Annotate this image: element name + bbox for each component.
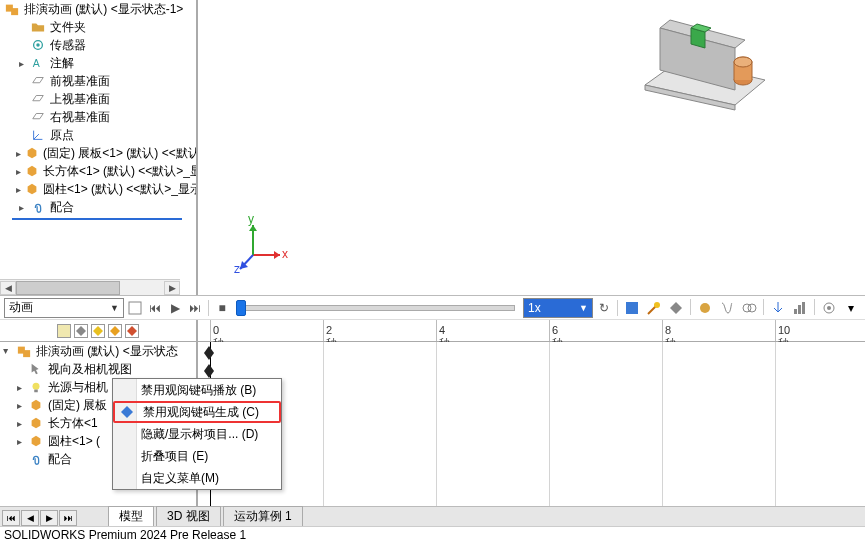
tree-horizontal-scrollbar[interactable]: ◀ ▶ [0,279,180,295]
tl-tree-item[interactable]: 视向及相机视图 [0,360,196,378]
gravity-icon[interactable] [768,299,788,317]
tab-model[interactable]: 模型 [108,506,154,526]
caret-icon[interactable] [16,58,26,68]
tree-item-annotations[interactable]: A 注解 [2,54,194,72]
tab-3d-view[interactable]: 3D 视图 [156,506,221,526]
tree-item-part[interactable]: 长方体<1> (默认) <<默认>_显示 [2,162,194,180]
tab-label: 运动算例 1 [234,508,292,525]
scroll-thumb[interactable] [16,281,120,295]
tree-label: 注解 [50,55,74,72]
caret-icon[interactable] [2,346,12,356]
autokey-red-icon[interactable] [125,324,139,338]
tree-item-plane[interactable]: 右视基准面 [2,108,194,126]
timeline-tree-header [0,320,198,341]
keyframe-diamond[interactable] [204,346,214,360]
collapse-icon[interactable]: ▾ [841,299,861,317]
study-type-dropdown[interactable]: 动画 ▼ [4,298,124,318]
tree-item-part[interactable]: 圆柱<1> (默认) <<默认>_显示状 [2,180,194,198]
menu-item-disable-keygen[interactable]: 禁用观阅键码生成 (C) [113,401,281,423]
tab-next-icon[interactable]: ▶ [40,510,58,526]
caret-icon[interactable] [16,202,26,212]
caret-icon[interactable] [14,400,24,410]
svg-marker-37 [127,326,137,336]
separator [814,299,815,315]
tab-label: 模型 [119,508,143,525]
svg-point-40 [33,383,40,390]
caret-icon[interactable] [16,166,21,176]
skip-start-icon[interactable]: ⏮ [146,299,164,317]
annotation-icon: A [30,55,46,71]
caret-icon[interactable] [16,184,21,194]
tree-item-assembly[interactable]: 排演动画 (默认) <显示状态-1> [2,0,194,18]
tab-first-icon[interactable]: ⏮ [2,510,20,526]
svg-point-24 [654,302,660,308]
tab-motion-study[interactable]: 运动算例 1 [223,506,303,526]
tree-label: 前视基准面 [50,73,110,90]
tab-last-icon[interactable]: ⏭ [59,510,77,526]
scroll-track[interactable] [16,281,164,295]
assembly-icon [4,1,20,17]
tree-item-plane[interactable]: 上视基准面 [2,90,194,108]
autokey-yellow-icon[interactable] [91,324,105,338]
keyframe-diamond[interactable] [204,364,214,378]
tree-label: 配合 [48,451,72,468]
timeline-slider[interactable] [239,305,515,311]
feature-manager-tree[interactable]: 排演动画 (默认) <显示状态-1> 文件夹 传感器 A 注解 前视基准面 [0,0,198,295]
svg-point-26 [700,303,710,313]
menu-item-customize[interactable]: 自定义菜单(M) [113,467,281,489]
caret-icon[interactable] [14,418,24,428]
settings-icon[interactable] [819,299,839,317]
stop-icon[interactable]: ■ [213,299,231,317]
plane-icon [30,91,46,107]
save-animation-icon[interactable] [622,299,642,317]
tree-label: (固定) 展板<1> (默认) <<默认>_ [43,145,198,162]
skip-end-icon[interactable]: ⏭ [186,299,204,317]
caret-icon[interactable] [14,382,24,392]
part-icon [25,145,39,161]
svg-rect-22 [129,302,141,314]
tree-item-mates[interactable]: 配合 [2,198,194,216]
caret-icon[interactable] [14,436,24,446]
key-icon[interactable] [666,299,686,317]
svg-marker-25 [670,302,682,314]
tree-item-folder[interactable]: 文件夹 [2,18,194,36]
svg-marker-14 [274,251,280,259]
tab-prev-icon[interactable]: ◀ [21,510,39,526]
menu-item-label: 禁用观阅键码生成 (C) [143,404,259,421]
scroll-right-arrow[interactable]: ▶ [164,281,180,295]
wizard-icon[interactable] [644,299,664,317]
menu-item-hide-show-tree[interactable]: 隐藏/显示树项目... (D) [113,423,281,445]
svg-rect-31 [802,302,805,314]
menu-item-collapse[interactable]: 折叠项目 (E) [113,445,281,467]
contact-icon[interactable] [739,299,759,317]
graphics-viewport[interactable]: x y z [198,0,865,295]
calculate-icon[interactable] [126,299,144,317]
tree-label: (固定) 展板 [48,397,107,414]
results-icon[interactable] [790,299,810,317]
play-icon[interactable]: ▶ [166,299,184,317]
menu-item-disable-playback[interactable]: 禁用观阅键码播放 (B) [113,379,281,401]
key-point-icon[interactable] [74,324,88,338]
tree-label: 上视基准面 [50,91,110,108]
tree-label: 排演动画 (默认) <显示状态 [36,343,178,360]
tree-label: 视向及相机视图 [48,361,132,378]
playback-speed-dropdown[interactable]: 1x ▼ [523,298,593,318]
tree-item-plane[interactable]: 前视基准面 [2,72,194,90]
tree-item-sensor[interactable]: 传感器 [2,36,194,54]
caret-icon[interactable] [16,148,21,158]
folder-icon [30,19,46,35]
loop-icon[interactable]: ↻ [595,299,613,317]
filter-icon[interactable] [57,324,71,338]
tl-tree-item[interactable]: 排演动画 (默认) <显示状态 [0,342,196,360]
cursor-icon [28,361,44,377]
timeline-tracks[interactable] [198,342,865,508]
autokey-orange-icon[interactable] [108,324,122,338]
tree-item-origin[interactable]: 原点 [2,126,194,144]
timeline-ruler[interactable]: 0 秒 2 秒 4 秒 6 秒 8 秒 10 秒 [198,320,865,341]
tree-item-part[interactable]: (固定) 展板<1> (默认) <<默认>_ [2,144,194,162]
slider-thumb[interactable] [236,300,246,316]
motor-icon[interactable] [695,299,715,317]
spring-icon[interactable] [717,299,737,317]
light-icon [28,379,44,395]
scroll-left-arrow[interactable]: ◀ [0,281,16,295]
